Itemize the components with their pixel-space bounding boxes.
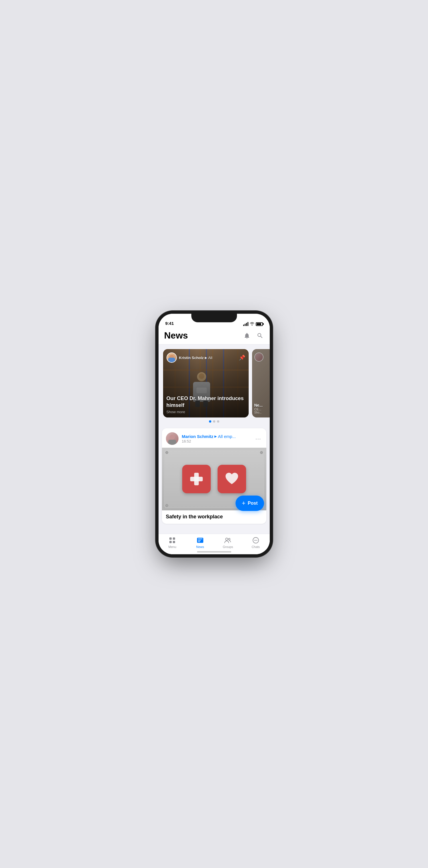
nav-item-news[interactable]: News bbox=[186, 536, 214, 549]
post-meta: Marion Schmitz ▶ All emp... 16:52 bbox=[182, 434, 251, 443]
menu-icon bbox=[168, 536, 176, 544]
main-scroll[interactable]: Kristin Scholz ▶ All 📌 Our CEO Dr. Mahne… bbox=[159, 344, 270, 534]
header-actions bbox=[243, 332, 264, 340]
svg-rect-9 bbox=[198, 541, 200, 542]
svg-rect-7 bbox=[198, 538, 202, 539]
page-title: News bbox=[164, 330, 188, 341]
card1-headline: Our CEO Dr. Mahner introduces himself bbox=[167, 395, 245, 409]
svg-point-14 bbox=[255, 540, 256, 541]
search-icon bbox=[257, 332, 263, 339]
featured-card-1[interactable]: Kristin Scholz ▶ All 📌 Our CEO Dr. Mahne… bbox=[163, 349, 249, 417]
pin-icon: 📌 bbox=[239, 354, 245, 361]
svg-rect-2 bbox=[169, 537, 172, 540]
card2-headline: Ne... bbox=[254, 403, 270, 407]
phone-frame: 9:41 News bbox=[159, 314, 270, 554]
nav-item-groups[interactable]: Groups bbox=[214, 536, 242, 549]
carousel-container: Kristin Scholz ▶ All 📌 Our CEO Dr. Mahne… bbox=[159, 349, 270, 417]
groups-icon bbox=[224, 536, 232, 544]
svg-point-11 bbox=[228, 538, 230, 540]
signal-bars-icon bbox=[243, 322, 248, 326]
post-avatar bbox=[166, 432, 178, 445]
card2-ceo: CE... bbox=[254, 407, 270, 411]
card1-channel: All bbox=[208, 355, 212, 360]
menu-nav-label: Menu bbox=[168, 545, 176, 549]
post-title: Safety in the workplace bbox=[162, 510, 266, 524]
search-button[interactable] bbox=[256, 332, 264, 340]
post-author-name: Marion Schmitz bbox=[182, 434, 213, 439]
dot-2[interactable] bbox=[213, 420, 215, 423]
notification-bell-button[interactable] bbox=[243, 332, 251, 340]
dot-1[interactable] bbox=[209, 420, 211, 423]
fab-label: Post bbox=[248, 501, 258, 506]
news-nav-label: News bbox=[196, 545, 204, 549]
featured-carousel: Kristin Scholz ▶ All 📌 Our CEO Dr. Mahne… bbox=[159, 344, 270, 426]
svg-rect-5 bbox=[173, 541, 175, 543]
svg-rect-8 bbox=[198, 540, 201, 540]
wifi-icon bbox=[250, 322, 254, 326]
nav-item-chats[interactable]: Chats bbox=[242, 536, 270, 549]
nav-item-menu[interactable]: Menu bbox=[159, 536, 187, 549]
card2-show-more: Sho... bbox=[254, 411, 270, 414]
post-time: 16:52 bbox=[182, 439, 251, 443]
svg-point-13 bbox=[254, 540, 255, 541]
card1-author-name: Kristin Scholz bbox=[179, 355, 204, 360]
post-more-button[interactable]: ··· bbox=[254, 435, 262, 442]
svg-rect-3 bbox=[173, 537, 175, 540]
svg-rect-4 bbox=[169, 541, 172, 543]
card1-author: Kristin Scholz ▶ All bbox=[167, 352, 212, 363]
notch bbox=[191, 314, 237, 322]
app-content: News bbox=[159, 328, 270, 554]
status-icons bbox=[243, 322, 263, 326]
card1-avatar bbox=[167, 352, 177, 363]
svg-point-10 bbox=[226, 538, 228, 540]
news-icon bbox=[196, 536, 204, 544]
bell-icon bbox=[244, 332, 250, 339]
post-channel: All emp... bbox=[218, 434, 236, 439]
post-fab-button[interactable]: + Post bbox=[235, 496, 264, 511]
battery-icon bbox=[256, 322, 263, 326]
chats-nav-label: Chats bbox=[252, 545, 260, 549]
status-time: 9:41 bbox=[165, 321, 174, 326]
home-indicator bbox=[197, 551, 231, 553]
post-header: Marion Schmitz ▶ All emp... 16:52 ··· bbox=[162, 428, 266, 448]
chats-icon bbox=[252, 536, 260, 544]
svg-point-15 bbox=[256, 540, 257, 541]
fab-plus-icon: + bbox=[242, 500, 246, 507]
featured-card-2[interactable]: Ne... CE... Sho... bbox=[252, 349, 270, 417]
carousel-dots bbox=[159, 420, 270, 423]
groups-nav-label: Groups bbox=[223, 545, 233, 549]
dot-3[interactable] bbox=[217, 420, 219, 423]
card1-show-more[interactable]: Show more bbox=[167, 410, 245, 414]
page-header: News bbox=[159, 328, 270, 344]
